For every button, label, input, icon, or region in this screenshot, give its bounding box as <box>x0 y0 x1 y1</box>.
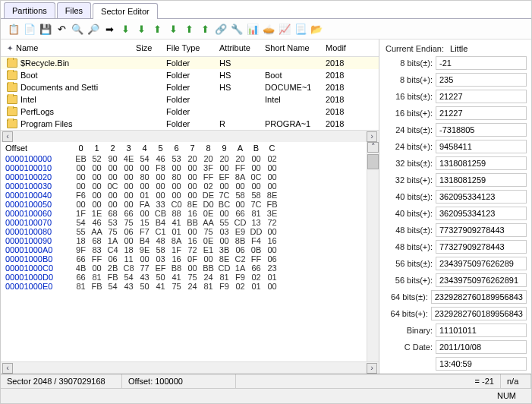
hex-byte[interactable]: C1 <box>153 227 168 236</box>
hex-scroll-right-icon[interactable]: › <box>367 363 377 374</box>
copy-icon[interactable]: 📋 <box>7 22 20 36</box>
hex-byte[interactable]: 80 <box>137 172 153 181</box>
hex-byte[interactable]: F7 <box>137 227 153 236</box>
hex-row[interactable]: 00001000705446537515B441BBAA55CD1372 <box>1 218 379 227</box>
hex-byte[interactable]: 53 <box>168 154 184 163</box>
hex-byte[interactable]: 00 <box>248 154 264 163</box>
hex-byte[interactable]: FF <box>200 172 216 181</box>
hex-vscroll[interactable]: ˄ <box>367 142 379 361</box>
hex-byte[interactable]: 00 <box>216 236 232 245</box>
pie-icon[interactable]: 🥧 <box>262 22 275 36</box>
hex-byte[interactable]: CD <box>232 218 248 227</box>
hex-byte[interactable]: 1F <box>73 209 89 218</box>
hex-byte[interactable]: 20 <box>232 154 248 163</box>
hex-byte[interactable]: 83 <box>89 245 105 254</box>
undo-icon[interactable]: ↶ <box>55 22 68 36</box>
info-value[interactable]: 2011/10/08 <box>436 340 527 354</box>
hex-byte[interactable]: 0E <box>200 236 216 245</box>
hex-byte[interactable]: 00 <box>89 181 105 191</box>
hex-byte[interactable]: 68 <box>105 209 121 218</box>
hex-byte[interactable]: 00 <box>232 200 248 209</box>
hex-byte[interactable]: CB <box>153 209 168 218</box>
col-mod[interactable]: Modif <box>323 42 351 54</box>
info-value[interactable]: 77327909278443 <box>436 240 527 254</box>
hex-row[interactable]: 00001000B066FF06110003160F008EC2FF06 <box>1 254 379 264</box>
hex-byte[interactable]: 41 <box>153 282 168 291</box>
hex-byte[interactable]: 23 <box>264 264 280 273</box>
hex-byte[interactable]: 00 <box>89 172 105 181</box>
hex-byte[interactable]: 77 <box>137 264 153 273</box>
hex-byte[interactable]: 3E <box>264 209 280 218</box>
info-value[interactable]: 11101011 <box>436 324 527 337</box>
hex-byte[interactable]: 00 <box>121 172 137 181</box>
list-icon[interactable]: 📃 <box>294 22 307 36</box>
hex-byte[interactable]: 75 <box>121 218 137 227</box>
hex-byte[interactable]: DE <box>200 191 216 200</box>
hex-byte[interactable]: 3F <box>200 163 216 172</box>
hex-byte[interactable]: AA <box>89 227 105 236</box>
goto-icon[interactable]: ➡ <box>102 22 116 36</box>
hex-byte[interactable]: 06 <box>232 245 248 254</box>
hex-byte[interactable]: BB <box>200 264 216 273</box>
info-value[interactable]: 2343975097626289 <box>436 257 527 270</box>
tab-partitions[interactable]: Partitions <box>4 2 55 18</box>
hex-row[interactable]: 00001000E081FB54435041752481F9020100 <box>1 282 379 291</box>
hex-byte[interactable]: 54 <box>105 282 121 291</box>
hex-byte[interactable]: 00 <box>216 209 232 218</box>
hex-editor[interactable]: Offset 0123456789ABC 0000100000EB52904E5… <box>1 142 379 361</box>
prev-icon[interactable]: ⬇ <box>134 22 148 36</box>
hex-byte[interactable]: 00 <box>168 181 184 191</box>
hex-byte[interactable]: 16 <box>264 236 280 245</box>
hex-byte[interactable]: 00 <box>137 254 153 264</box>
hex-byte[interactable]: 00 <box>264 245 280 254</box>
hex-byte[interactable]: F6 <box>73 191 89 200</box>
hex-byte[interactable]: 00 <box>121 163 137 172</box>
hex-byte[interactable]: 50 <box>137 282 153 291</box>
link-icon[interactable]: 🔗 <box>214 22 228 36</box>
hex-byte[interactable]: 3B <box>216 245 232 254</box>
hex-byte[interactable]: 66 <box>248 264 264 273</box>
file-row[interactable]: BootFolderHSBoot2018 <box>1 69 379 81</box>
hex-byte[interactable]: 02 <box>232 282 248 291</box>
hex-byte[interactable]: 81 <box>216 273 232 282</box>
hex-row[interactable]: 000010009018681A00B4488A160E008BF416 <box>1 236 379 245</box>
hex-byte[interactable]: 00 <box>216 181 232 191</box>
hex-byte[interactable]: 54 <box>137 154 153 163</box>
hex-byte[interactable]: 66 <box>121 209 137 218</box>
hex-byte[interactable]: 88 <box>168 209 184 218</box>
hex-byte[interactable]: 9F <box>73 245 89 254</box>
hex-byte[interactable]: 02 <box>264 154 280 163</box>
hex-byte[interactable]: 20 <box>200 154 216 163</box>
hex-byte[interactable]: FB <box>264 200 280 209</box>
paste-icon[interactable]: 📄 <box>23 22 36 36</box>
hex-byte[interactable]: 00 <box>89 200 105 209</box>
info-value[interactable]: 77327909278443 <box>436 223 527 237</box>
hex-byte[interactable]: 43 <box>121 282 137 291</box>
file-list[interactable]: $Recycle.BinFolderHS2018BootFolderHSBoot… <box>1 57 379 130</box>
hex-byte[interactable]: 66 <box>73 254 89 264</box>
info-value[interactable]: 21227 <box>436 106 527 120</box>
hex-byte[interactable]: 00 <box>121 191 137 200</box>
hex-byte[interactable]: F9 <box>232 273 248 282</box>
hex-byte[interactable]: E9 <box>232 227 248 236</box>
hex-byte[interactable]: C8 <box>121 264 137 273</box>
hex-byte[interactable]: F4 <box>248 236 264 245</box>
file-row[interactable]: Program FilesFolderRPROGRA~12018 <box>1 118 379 130</box>
hex-byte[interactable]: 00 <box>105 172 121 181</box>
hex-byte[interactable]: 24 <box>200 273 216 282</box>
hex-byte[interactable]: 55 <box>216 218 232 227</box>
hex-byte[interactable]: CD <box>216 264 232 273</box>
folder-icon[interactable]: 📂 <box>310 22 323 36</box>
hex-byte[interactable]: 01 <box>137 191 153 200</box>
hex-byte[interactable]: 00 <box>216 163 232 172</box>
hex-byte[interactable]: 81 <box>73 282 89 291</box>
hex-byte[interactable]: 0F <box>184 254 200 264</box>
info-value[interactable]: 1318081259 <box>436 156 527 170</box>
hex-byte[interactable]: 00 <box>184 172 200 181</box>
hex-row[interactable]: 0000100000EB52904E544653202020200002 <box>1 154 379 163</box>
hex-byte[interactable]: 7C <box>216 191 232 200</box>
hex-byte[interactable]: 75 <box>184 273 200 282</box>
last-icon[interactable]: ⬆ <box>198 22 212 36</box>
save-icon[interactable]: 💾 <box>39 22 52 36</box>
hex-byte[interactable]: 00 <box>137 209 153 218</box>
